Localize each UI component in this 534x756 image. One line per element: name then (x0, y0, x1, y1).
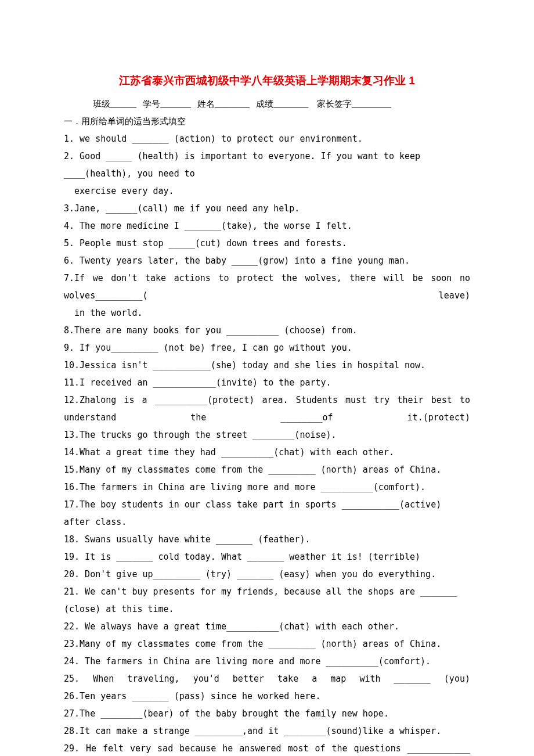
question-28: 28.It can make a strange _________,and i… (64, 722, 470, 740)
question-22: 22. We always have a great time_________… (64, 618, 470, 635)
question-17: 17.The boy students in our class take pa… (64, 496, 470, 531)
question-16: 16.The farmers in China are living more … (64, 478, 470, 496)
question-25: 25. When traveling, you'd better take a … (64, 670, 470, 687)
question-2b: exercise every day. (64, 182, 470, 200)
section-1-heading: 一．用所给单词的适当形式填空 (64, 113, 470, 130)
question-6: 6. Twenty years later, the baby _____(gr… (64, 252, 470, 269)
question-4: 4. The more medicine I _______(take), th… (64, 217, 470, 235)
question-5: 5. People must stop _____(cut) down tree… (64, 235, 470, 252)
question-27: 27.The ________(bear) of the baby brough… (64, 705, 470, 722)
student-info-row: 班级______ 学号_______ 姓名________ 成绩________… (64, 95, 470, 113)
question-24: 24. The farmers in China are living more… (64, 653, 470, 670)
question-21: 21. We can't buy presents for my friends… (64, 583, 470, 618)
score-field[interactable]: 成绩________ (256, 99, 308, 109)
question-10: 10.Jessica isn't ___________(she) today … (64, 357, 470, 374)
question-23: 23.Many of my classmates come from the _… (64, 635, 470, 653)
question-13: 13.The trucks go through the street ____… (64, 426, 470, 444)
question-14: 14.What a great time they had __________… (64, 444, 470, 461)
question-9: 9. If you_________ (not be) free, I can … (64, 339, 470, 357)
worksheet-title: 江苏省泰兴市西城初级中学八年级英语上学期期末复习作业 1 (64, 70, 470, 92)
question-8: 8.There are many books for you _________… (64, 322, 470, 339)
question-19: 19. It is _______ cold today. What _____… (64, 548, 470, 566)
question-7a: 7.If we don't take actions to protect th… (64, 269, 470, 304)
question-3: 3.Jane, ______(call) me if you need any … (64, 200, 470, 217)
student-id-field[interactable]: 学号_______ (143, 99, 191, 109)
question-26: 26.Ten years _______ (pass) since he wor… (64, 687, 470, 705)
class-field[interactable]: 班级______ (93, 99, 136, 109)
parent-sign-field[interactable]: 家长签字_________ (317, 99, 391, 109)
question-1: 1. we should _______ (action) to protect… (64, 130, 470, 147)
question-12: 12.Zhalong is a __________(protect) area… (64, 391, 470, 426)
question-15: 15.Many of my classmates come from the _… (64, 461, 470, 478)
question-18: 18. Swans usually have white _______ (fe… (64, 531, 470, 548)
question-20: 20. Don't give up_________ (try) _______… (64, 566, 470, 583)
question-7b: in the world. (64, 304, 470, 322)
question-11: 11.I received an ____________(invite) to… (64, 374, 470, 391)
question-2a: 2. Good _____ (health) is important to e… (64, 147, 470, 182)
question-29: 29. He felt very sad because he answered… (64, 740, 470, 756)
name-field[interactable]: 姓名________ (197, 99, 250, 109)
